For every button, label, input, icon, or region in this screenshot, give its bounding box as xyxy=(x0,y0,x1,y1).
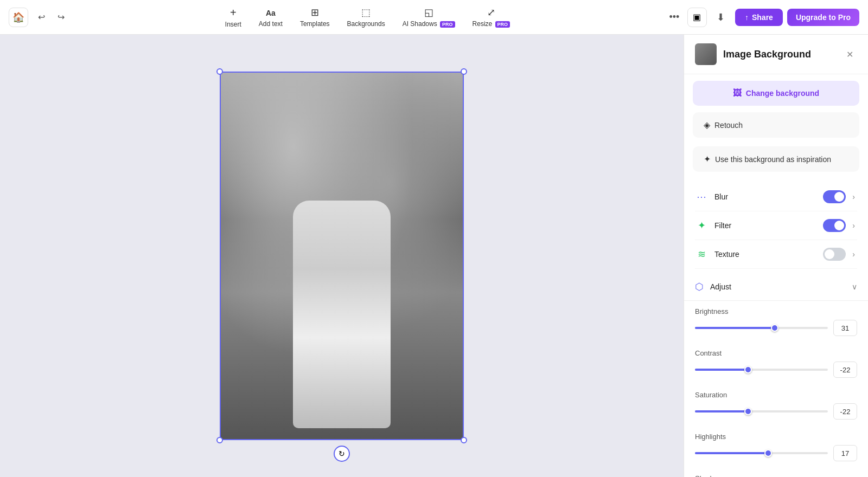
texture-icon: ≋ xyxy=(695,248,708,260)
blur-icon: ⋯ xyxy=(695,191,708,203)
redo-button[interactable]: ↪ xyxy=(52,9,69,26)
retouch-button[interactable]: ◈ Retouch xyxy=(693,112,859,138)
brightness-label: Brightness xyxy=(695,307,857,315)
use-as-inspiration-button[interactable]: ✦ Use this background as inspiration xyxy=(693,146,859,172)
contrast-thumb[interactable] xyxy=(744,366,752,373)
highlights-section: Highlights 17 xyxy=(684,426,868,468)
handle-top-right[interactable] xyxy=(461,68,467,75)
brightness-fill xyxy=(695,327,775,329)
contrast-track[interactable] xyxy=(695,369,828,371)
saturation-label: Saturation xyxy=(695,391,857,399)
filter-row: ✦ Filter › xyxy=(695,211,857,240)
panel-effects-section: ⋯ Blur › ✦ Filter › ≋ Texture xyxy=(684,178,868,273)
saturation-fill xyxy=(695,410,748,412)
canvas-container[interactable]: ↻ xyxy=(220,72,464,440)
addtext-label: Add text xyxy=(259,20,283,28)
adjust-chevron: ∨ xyxy=(852,282,857,291)
change-background-button[interactable]: 🖼 Change background xyxy=(693,81,859,106)
insert-icon xyxy=(230,7,237,19)
filter-label: Filter xyxy=(714,221,816,230)
texture-toggle[interactable] xyxy=(823,248,846,261)
right-panel: Image Background ✕ 🖼 Change background ◈… xyxy=(684,35,868,477)
contrast-value: -22 xyxy=(833,362,857,378)
highlights-value: 17 xyxy=(833,445,857,461)
ai-shadows-pro-badge: PRO xyxy=(440,21,455,28)
resize-label: Resize PRO xyxy=(473,20,510,28)
inspiration-icon: ✦ xyxy=(704,154,711,164)
contrast-label: Contrast xyxy=(695,349,857,357)
handle-bottom-right[interactable] xyxy=(461,437,467,443)
panel-collapse-button[interactable]: ✕ xyxy=(842,47,857,62)
topbar: 🏠 ↩ ↪ Insert Add text Templates Backgrou… xyxy=(0,0,868,35)
adjust-label: Adjust xyxy=(710,282,845,291)
contrast-section: Contrast -22 xyxy=(684,343,868,384)
contrast-fill xyxy=(695,369,748,371)
filter-icon: ✦ xyxy=(695,220,708,231)
resize-icon xyxy=(487,7,495,18)
backgrounds-icon xyxy=(361,7,371,18)
panel-icon: ▣ xyxy=(693,12,701,22)
resize-pro-badge: PRO xyxy=(495,21,510,28)
panel-toggle-button[interactable]: ▣ xyxy=(687,8,707,27)
insert-tool-button[interactable]: Insert xyxy=(219,3,248,31)
addtext-icon xyxy=(266,7,276,18)
resize-tool-button[interactable]: Resize PRO xyxy=(466,3,517,31)
canvas-image xyxy=(220,72,464,440)
upgrade-button[interactable]: Upgrade to Pro xyxy=(787,9,859,26)
handle-bottom-left[interactable] xyxy=(216,437,223,443)
addtext-tool-button[interactable]: Add text xyxy=(252,4,289,31)
adjust-icon: ⬡ xyxy=(695,281,704,293)
topbar-right: ••• ▣ ⬇ ↑ Share Upgrade to Pro xyxy=(666,8,859,27)
brightness-thumb[interactable] xyxy=(771,324,778,332)
share-button[interactable]: ↑ Share xyxy=(735,9,783,26)
texture-controls: › xyxy=(823,248,857,261)
highlights-track[interactable] xyxy=(695,452,828,454)
adjust-header[interactable]: ⬡ Adjust ∨ xyxy=(684,273,868,301)
highlights-fill xyxy=(695,452,768,454)
panel-thumbnail xyxy=(695,43,717,65)
highlights-slider-row: 17 xyxy=(695,445,857,461)
more-options-button[interactable]: ••• xyxy=(666,9,683,26)
filter-chevron-button[interactable]: › xyxy=(850,219,857,232)
rotate-handle[interactable]: ↻ xyxy=(334,446,350,462)
saturation-value: -22 xyxy=(833,403,857,420)
panel-title: Image Background xyxy=(723,49,811,60)
undo-button[interactable]: ↩ xyxy=(33,9,50,26)
ai-shadows-tool-button[interactable]: AI Shadows PRO xyxy=(396,3,462,31)
saturation-track[interactable] xyxy=(695,410,828,412)
home-button[interactable]: 🏠 xyxy=(9,8,28,27)
handle-top-left[interactable] xyxy=(216,68,223,75)
undo-redo-group: ↩ ↪ xyxy=(33,9,69,26)
shadows-section: Shadows xyxy=(684,468,868,477)
shadows-label: Shadows xyxy=(695,474,857,477)
blur-chevron-button[interactable]: › xyxy=(850,190,857,203)
contrast-slider-row: -22 xyxy=(695,362,857,378)
backgrounds-label: Backgrounds xyxy=(347,20,385,28)
blur-toggle[interactable] xyxy=(823,190,846,203)
ai-shadows-label: AI Shadows PRO xyxy=(403,20,455,28)
templates-label: Templates xyxy=(300,20,330,28)
backgrounds-tool-button[interactable]: Backgrounds xyxy=(341,3,392,31)
saturation-slider-row: -22 xyxy=(695,403,857,420)
highlights-thumb[interactable] xyxy=(764,449,772,457)
brightness-value: 31 xyxy=(833,320,857,336)
brightness-section: Brightness 31 xyxy=(684,301,868,343)
share-icon: ↑ xyxy=(745,13,749,22)
retouch-icon: ◈ xyxy=(704,120,710,130)
filter-toggle[interactable] xyxy=(823,219,846,232)
saturation-thumb[interactable] xyxy=(744,408,752,415)
download-icon: ⬇ xyxy=(717,11,725,23)
texture-label: Texture xyxy=(714,250,816,259)
texture-chevron-button[interactable]: › xyxy=(850,248,857,261)
templates-tool-button[interactable]: Templates xyxy=(293,3,336,31)
download-button[interactable]: ⬇ xyxy=(711,8,731,27)
ai-shadows-icon xyxy=(424,7,433,18)
blur-label: Blur xyxy=(714,192,816,201)
main-content: ↻ Image Background ✕ 🖼 Change background… xyxy=(0,35,868,477)
blur-row: ⋯ Blur › xyxy=(695,183,857,211)
blur-controls: › xyxy=(823,190,857,203)
canvas-area: ↻ xyxy=(0,35,684,477)
change-background-icon: 🖼 xyxy=(733,88,742,98)
templates-icon xyxy=(311,7,319,18)
brightness-track[interactable] xyxy=(695,327,828,329)
